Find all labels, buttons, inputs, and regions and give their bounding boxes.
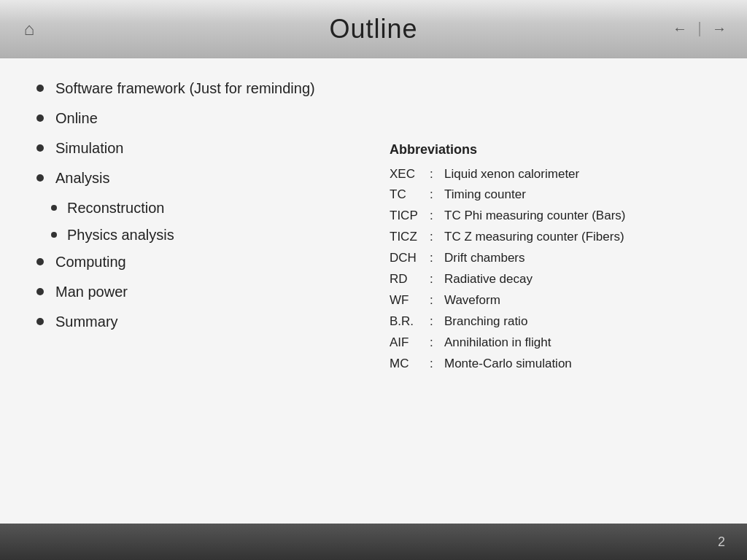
bullet-text: Software framework (Just for reminding) bbox=[55, 80, 315, 97]
abbrev-key: DCH bbox=[390, 248, 430, 269]
abbrev-colon: : bbox=[430, 248, 444, 269]
abbrev-row: TC : Timing counter bbox=[390, 184, 711, 206]
list-item: Online bbox=[36, 110, 375, 127]
bullet-text: Reconstruction bbox=[67, 200, 164, 217]
list-item: Simulation bbox=[36, 140, 375, 157]
abbrev-colon: : bbox=[430, 227, 444, 248]
abbrev-key: XEC bbox=[390, 164, 430, 185]
abbrev-key: TICZ bbox=[390, 227, 430, 248]
abbreviations-box: Abbreviations XEC : Liquid xenon calorim… bbox=[390, 139, 711, 375]
bullet-text: Analysis bbox=[55, 170, 109, 187]
list-item: Man power bbox=[36, 284, 375, 300]
nav-forward-button[interactable]: → bbox=[706, 16, 732, 42]
abbrev-key: RD bbox=[390, 269, 430, 290]
bullet-text: Summary bbox=[55, 314, 118, 330]
list-item: Reconstruction bbox=[51, 200, 375, 217]
abbrev-row: RD : Radiative decay bbox=[390, 269, 711, 290]
bullet-icon bbox=[36, 85, 44, 92]
abbrev-key: AIF bbox=[390, 332, 430, 354]
bullet-icon bbox=[36, 288, 44, 295]
bullet-text: Physics analysis bbox=[67, 227, 174, 244]
left-panel: Software framework (Just for reminding) … bbox=[36, 80, 375, 502]
bullet-icon bbox=[36, 258, 44, 265]
sub-items: Reconstruction Physics analysis bbox=[51, 200, 375, 254]
nav-buttons: ← → bbox=[667, 16, 732, 42]
abbrev-row: WF : Waveform bbox=[390, 290, 711, 311]
bullet-icon bbox=[36, 174, 44, 182]
abbrev-row: B.R. : Branching ratio bbox=[390, 311, 711, 332]
list-item: Summary bbox=[36, 314, 375, 330]
main-content: Software framework (Just for reminding) … bbox=[0, 58, 747, 524]
abbrev-row: XEC : Liquid xenon calorimeter bbox=[390, 164, 711, 185]
abbrev-colon: : bbox=[430, 354, 444, 375]
abbrev-row: MC : Monte-Carlo simulation bbox=[390, 354, 711, 375]
abbrev-colon: : bbox=[430, 184, 444, 206]
abbrev-key: MC bbox=[390, 354, 430, 375]
abbrev-colon: : bbox=[430, 206, 444, 227]
abbrev-key: B.R. bbox=[390, 311, 430, 332]
page-title: Outline bbox=[329, 14, 417, 44]
list-item: Analysis bbox=[36, 170, 375, 187]
abbrev-row: TICZ : TC Z measuring counter (Fibers) bbox=[390, 227, 711, 248]
abbrev-val: Liquid xenon calorimeter bbox=[444, 164, 579, 185]
abbrev-row: DCH : Drift chambers bbox=[390, 248, 711, 269]
abbrev-colon: : bbox=[430, 332, 444, 354]
abbrev-val: Annihilation in flight bbox=[444, 332, 551, 354]
abbrev-val: Drift chambers bbox=[444, 248, 525, 269]
abbrev-val: Radiative decay bbox=[444, 269, 533, 290]
abbrev-val: TC Phi measuring counter (Bars) bbox=[444, 206, 625, 227]
abbrev-colon: : bbox=[430, 311, 444, 332]
abbrev-row: AIF : Annihilation in flight bbox=[390, 332, 711, 354]
abbrev-key: TC bbox=[390, 184, 430, 206]
abbrev-key: TICP bbox=[390, 206, 430, 227]
list-item: Software framework (Just for reminding) bbox=[36, 80, 375, 97]
home-button[interactable]: ⌂ bbox=[15, 15, 44, 44]
abbrev-val: Timing counter bbox=[444, 184, 526, 206]
list-item: Computing bbox=[36, 254, 375, 271]
abbrev-row: TICP : TC Phi measuring counter (Bars) bbox=[390, 206, 711, 227]
list-item: Physics analysis bbox=[51, 227, 375, 244]
bullet-text: Online bbox=[55, 110, 98, 127]
header: ⌂ Outline ← → bbox=[0, 0, 747, 58]
abbrev-val: TC Z measuring counter (Fibers) bbox=[444, 227, 624, 248]
abbrev-colon: : bbox=[430, 164, 444, 185]
bullet-text: Man power bbox=[55, 284, 128, 300]
footer: 2 bbox=[0, 524, 747, 560]
bullet-icon bbox=[51, 232, 57, 238]
page-number: 2 bbox=[718, 534, 725, 550]
abbrev-colon: : bbox=[430, 290, 444, 311]
abbrev-val: Monte-Carlo simulation bbox=[444, 354, 572, 375]
right-panel: Abbreviations XEC : Liquid xenon calorim… bbox=[390, 80, 711, 502]
bullet-icon bbox=[51, 205, 57, 211]
bullet-text: Simulation bbox=[55, 140, 123, 157]
abbrev-val: Branching ratio bbox=[444, 311, 527, 332]
bullet-icon bbox=[36, 144, 44, 152]
nav-back-button[interactable]: ← bbox=[667, 16, 693, 42]
bullet-icon bbox=[36, 318, 44, 325]
abbrev-colon: : bbox=[430, 269, 444, 290]
nav-separator bbox=[699, 22, 700, 36]
bullet-icon bbox=[36, 114, 44, 122]
abbrev-val: Waveform bbox=[444, 290, 500, 311]
abbrev-key: WF bbox=[390, 290, 430, 311]
abbreviations-title: Abbreviations bbox=[390, 139, 711, 161]
bullet-text: Computing bbox=[55, 254, 126, 271]
